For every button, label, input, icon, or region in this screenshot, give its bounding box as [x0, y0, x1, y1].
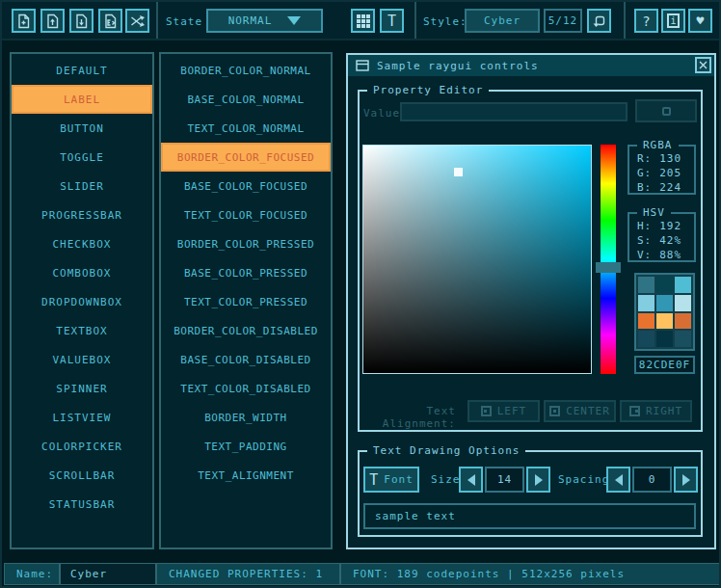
- name-label-segment: Name:: [4, 563, 60, 585]
- size-increase-button[interactable]: [526, 467, 550, 493]
- control-item[interactable]: PROGRESSBAR: [12, 200, 152, 229]
- export-file-icon: [103, 13, 118, 29]
- align-center-button[interactable]: CENTER: [544, 400, 616, 422]
- align-right-button[interactable]: RIGHT: [620, 400, 692, 422]
- property-item[interactable]: BASE_COLOR_FOCUSED: [161, 172, 331, 200]
- b-label: B:: [637, 181, 652, 194]
- control-item[interactable]: CHECKBOX: [12, 229, 152, 258]
- changed-properties-status: CHANGED PROPERTIES: 1: [156, 563, 340, 585]
- style-name-button[interactable]: Cyber: [465, 9, 540, 33]
- swatch[interactable]: [675, 277, 691, 293]
- save-file-icon: [74, 13, 89, 29]
- heart-icon: ♥: [697, 13, 705, 28]
- control-item[interactable]: SPINNER: [12, 374, 152, 403]
- new-file-icon: [16, 13, 31, 29]
- shuffle-icon: [130, 14, 146, 28]
- export-file-button[interactable]: [98, 9, 122, 33]
- spacing-increase-button[interactable]: [674, 467, 698, 493]
- toolbar-divider: [156, 2, 158, 39]
- window-title: Sample raygui controls: [377, 60, 539, 72]
- new-file-button[interactable]: [12, 9, 36, 33]
- font-atlas-button[interactable]: T: [380, 9, 404, 33]
- property-item[interactable]: TEXT_ALIGNMENT: [161, 461, 331, 490]
- text-icon: T: [387, 13, 396, 30]
- reload-style-button[interactable]: [587, 9, 611, 33]
- text-alignment-label: Text Alignment:: [360, 405, 456, 430]
- close-button[interactable]: [695, 57, 711, 73]
- status-bar: Name: CHANGED PROPERTIES: 1 FONT: 189 co…: [2, 562, 719, 586]
- property-item[interactable]: BASE_COLOR_NORMAL: [161, 85, 331, 114]
- value-input[interactable]: [400, 102, 628, 121]
- window-titlebar[interactable]: Sample raygui controls: [348, 55, 714, 76]
- swatch[interactable]: [656, 295, 673, 311]
- hue-slider-handle[interactable]: [596, 262, 621, 273]
- swatch[interactable]: [638, 295, 654, 311]
- text-drawing-options-title: Text Drawing Options: [367, 444, 525, 457]
- spacing-decrease-button[interactable]: [606, 467, 630, 493]
- property-item[interactable]: BASE_COLOR_PRESSED: [161, 258, 331, 287]
- saturation-value-panel[interactable]: [362, 145, 592, 374]
- hue-bar[interactable]: [601, 145, 616, 374]
- control-item[interactable]: VALUEBOX: [12, 345, 152, 374]
- property-item[interactable]: BASE_COLOR_DISABLED: [161, 345, 331, 374]
- swatch[interactable]: [638, 313, 654, 330]
- property-item[interactable]: BORDER_COLOR_FOCUSED: [161, 143, 331, 172]
- size-value-box[interactable]: 14: [485, 467, 524, 493]
- property-item[interactable]: BORDER_COLOR_NORMAL: [161, 56, 331, 85]
- property-item[interactable]: TEXT_COLOR_FOCUSED: [161, 200, 331, 229]
- swatch[interactable]: [656, 331, 673, 347]
- v-label: V:: [637, 249, 652, 261]
- property-item[interactable]: TEXT_PADDING: [161, 432, 331, 461]
- control-item[interactable]: DEFAULT: [12, 56, 152, 85]
- spacing-value-box[interactable]: 0: [632, 467, 672, 493]
- swatch[interactable]: [656, 313, 673, 330]
- property-item[interactable]: BORDER_COLOR_PRESSED: [161, 229, 331, 258]
- toolbar: State NORMAL T Style: Cyber 5/12: [2, 2, 719, 40]
- control-item[interactable]: COMBOBOX: [12, 258, 152, 287]
- control-item[interactable]: LISTVIEW: [12, 403, 152, 432]
- swatch[interactable]: [675, 295, 691, 311]
- control-item[interactable]: DROPDOWNBOX: [12, 287, 152, 316]
- control-item[interactable]: TOGGLE: [12, 143, 152, 172]
- property-item[interactable]: BORDER_COLOR_DISABLED: [161, 316, 331, 345]
- state-dropdown[interactable]: NORMAL: [206, 9, 323, 33]
- align-right-label: RIGHT: [646, 405, 682, 417]
- swatch[interactable]: [675, 331, 691, 347]
- controls-table-button[interactable]: [351, 9, 375, 33]
- control-item[interactable]: LABEL: [12, 85, 152, 114]
- randomize-style-button[interactable]: [125, 9, 149, 33]
- help-button[interactable]: ?: [634, 9, 658, 33]
- chevron-down-icon: [287, 16, 301, 25]
- save-file-button[interactable]: [69, 9, 93, 33]
- size-decrease-button[interactable]: [459, 467, 483, 493]
- font-button[interactable]: T Font: [363, 467, 419, 493]
- open-file-button[interactable]: [40, 9, 65, 33]
- hex-color-input[interactable]: 82CDE0F: [634, 356, 695, 374]
- h-label: H:: [637, 220, 652, 232]
- control-item[interactable]: TEXTBOX: [12, 316, 152, 345]
- property-item[interactable]: BORDER_WIDTH: [161, 403, 331, 432]
- swatch[interactable]: [638, 331, 654, 347]
- swatch[interactable]: [638, 277, 654, 293]
- control-item[interactable]: COLORPICKER: [12, 432, 152, 461]
- swatch[interactable]: [656, 277, 673, 293]
- arrow-right-icon: [682, 474, 690, 486]
- align-left-button[interactable]: LEFT: [467, 400, 540, 422]
- swatch[interactable]: [675, 313, 691, 330]
- sponsor-button[interactable]: ♥: [688, 9, 712, 33]
- control-item[interactable]: SCROLLBAR: [12, 461, 152, 490]
- s-value: 42%: [659, 234, 681, 247]
- align-center-icon: [549, 406, 560, 416]
- rgba-title: RGBA: [637, 139, 679, 151]
- property-item[interactable]: TEXT_COLOR_NORMAL: [161, 114, 331, 143]
- control-item[interactable]: BUTTON: [12, 114, 152, 143]
- value-box-button[interactable]: [635, 99, 697, 122]
- info-button[interactable]: i: [661, 9, 685, 33]
- color-cursor[interactable]: [454, 168, 463, 176]
- style-name-input[interactable]: [60, 563, 156, 585]
- control-item[interactable]: SLIDER: [12, 172, 152, 200]
- property-item[interactable]: TEXT_COLOR_DISABLED: [161, 374, 331, 403]
- property-item[interactable]: TEXT_COLOR_PRESSED: [161, 287, 331, 316]
- sample-text-box[interactable]: sample text: [363, 503, 696, 529]
- control-item[interactable]: STATUSBAR: [12, 490, 152, 519]
